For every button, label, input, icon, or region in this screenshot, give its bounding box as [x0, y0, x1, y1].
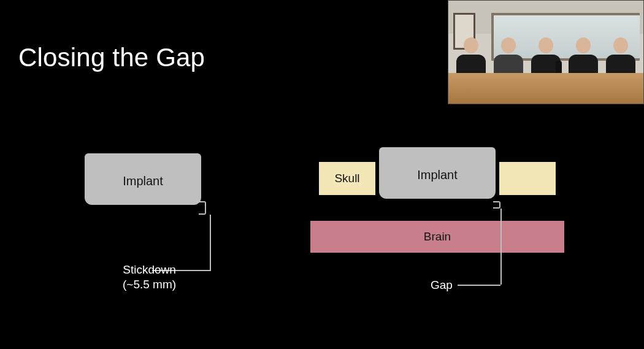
implant-shape: Implant [85, 161, 201, 205]
row-implant-skull: Skull Implant [319, 147, 613, 206]
gap-bracket-icon [493, 201, 500, 209]
stickdown-label-line2: (~5.5 mm) [123, 277, 176, 292]
leader-line-horizontal [458, 285, 500, 286]
skull-block-left: Skull [319, 162, 375, 195]
leader-line-vertical [500, 209, 502, 285]
stickdown-label: Stickdown (~5.5 mm) [123, 263, 176, 292]
slide: Closing the Gap Implant Stickdown (~5.5 … [0, 0, 644, 349]
leader-line-vertical [210, 215, 211, 270]
stickdown-label-line1: Stickdown [123, 263, 176, 277]
brain-block: Brain [310, 221, 564, 253]
stickdown-bracket-icon [199, 201, 206, 215]
diagram-implant-stickdown: Implant Stickdown (~5.5 mm) [74, 147, 282, 319]
diagram-implant-in-skull: Skull Implant Brain Gap [319, 147, 613, 319]
implant-label: Implant [379, 168, 496, 182]
implant-shape: Implant [379, 155, 496, 199]
slide-title: Closing the Gap [18, 43, 205, 72]
gap-label: Gap [431, 278, 453, 292]
pip-table [448, 73, 643, 104]
webcam-overlay [448, 0, 644, 104]
skull-block-right [499, 162, 556, 195]
implant-label: Implant [85, 174, 201, 188]
